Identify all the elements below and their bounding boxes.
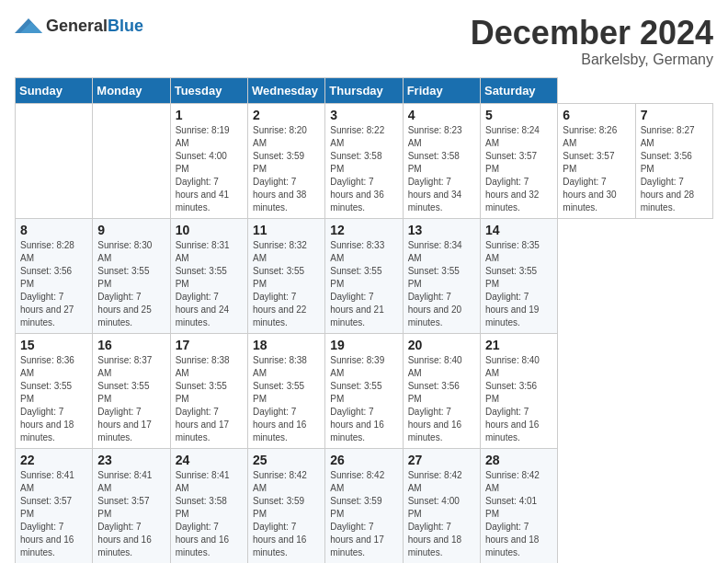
calendar-cell: 1Sunrise: 8:19 AMSunset: 4:00 PMDaylight…	[170, 103, 247, 218]
month-title: December 2024	[471, 15, 713, 52]
day-info: Sunrise: 8:37 AMSunset: 3:55 PMDaylight:…	[97, 354, 165, 444]
day-number: 22	[20, 453, 87, 467]
day-info: Sunrise: 8:42 AMSunset: 3:59 PMDaylight:…	[253, 469, 320, 559]
day-number: 15	[20, 338, 87, 352]
day-number: 9	[97, 223, 165, 237]
calendar-cell: 7Sunrise: 8:27 AMSunset: 3:56 PMDaylight…	[635, 103, 712, 218]
day-number: 24	[176, 453, 243, 467]
calendar-cell: 6Sunrise: 8:26 AMSunset: 3:57 PMDaylight…	[558, 103, 635, 218]
week-row-1: 1Sunrise: 8:19 AMSunset: 4:00 PMDaylight…	[16, 103, 713, 218]
day-number: 6	[563, 108, 630, 122]
calendar-cell: 11Sunrise: 8:32 AMSunset: 3:55 PMDayligh…	[247, 218, 324, 333]
calendar-cell: 4Sunrise: 8:23 AMSunset: 3:58 PMDaylight…	[403, 103, 480, 218]
day-number: 7	[641, 108, 708, 122]
calendar-cell: 10Sunrise: 8:31 AMSunset: 3:55 PMDayligh…	[170, 218, 247, 333]
calendar-cell: 13Sunrise: 8:34 AMSunset: 3:55 PMDayligh…	[403, 218, 480, 333]
day-info: Sunrise: 8:38 AMSunset: 3:55 PMDaylight:…	[253, 354, 320, 444]
day-number: 23	[97, 453, 165, 467]
calendar-cell: 3Sunrise: 8:22 AMSunset: 3:58 PMDaylight…	[325, 103, 403, 218]
calendar-cell: 16Sunrise: 8:37 AMSunset: 3:55 PMDayligh…	[93, 333, 170, 448]
weekday-header-saturday: Saturday	[480, 77, 557, 103]
title-area: December 2024 Barkelsby, Germany	[471, 15, 713, 68]
calendar-cell: 22Sunrise: 8:41 AMSunset: 3:57 PMDayligh…	[16, 448, 93, 563]
day-number: 11	[253, 223, 320, 237]
logo: GeneralBlue	[15, 15, 143, 37]
day-number: 8	[20, 223, 87, 237]
day-info: Sunrise: 8:42 AMSunset: 3:59 PMDaylight:…	[330, 469, 397, 559]
day-info: Sunrise: 8:28 AMSunset: 3:56 PMDaylight:…	[20, 239, 87, 329]
day-number: 5	[485, 108, 552, 122]
day-info: Sunrise: 8:19 AMSunset: 4:00 PMDaylight:…	[176, 124, 243, 214]
day-number: 21	[485, 338, 552, 352]
calendar-cell: 20Sunrise: 8:40 AMSunset: 3:56 PMDayligh…	[403, 333, 480, 448]
day-info: Sunrise: 8:34 AMSunset: 3:55 PMDaylight:…	[408, 239, 475, 329]
weekday-header-tuesday: Tuesday	[170, 77, 247, 103]
week-row-4: 22Sunrise: 8:41 AMSunset: 3:57 PMDayligh…	[16, 448, 713, 563]
calendar-cell	[16, 103, 93, 218]
day-number: 25	[253, 453, 320, 467]
day-info: Sunrise: 8:22 AMSunset: 3:58 PMDaylight:…	[330, 124, 397, 214]
day-info: Sunrise: 8:35 AMSunset: 3:55 PMDaylight:…	[485, 239, 552, 329]
day-info: Sunrise: 8:42 AMSunset: 4:00 PMDaylight:…	[408, 469, 475, 559]
day-info: Sunrise: 8:24 AMSunset: 3:57 PMDaylight:…	[485, 124, 552, 214]
calendar-cell: 19Sunrise: 8:39 AMSunset: 3:55 PMDayligh…	[325, 333, 403, 448]
logo-general-text: General	[46, 17, 108, 35]
calendar-cell: 25Sunrise: 8:42 AMSunset: 3:59 PMDayligh…	[247, 448, 324, 563]
day-number: 2	[253, 108, 320, 122]
weekday-header-wednesday: Wednesday	[247, 77, 324, 103]
weekday-header-sunday: Sunday	[16, 77, 93, 103]
calendar-table: SundayMondayTuesdayWednesdayThursdayFrid…	[15, 77, 713, 563]
calendar-cell: 21Sunrise: 8:40 AMSunset: 3:56 PMDayligh…	[480, 333, 557, 448]
day-info: Sunrise: 8:20 AMSunset: 3:59 PMDaylight:…	[253, 124, 320, 214]
day-number: 12	[330, 223, 397, 237]
day-number: 28	[485, 453, 552, 467]
calendar-cell: 24Sunrise: 8:41 AMSunset: 3:58 PMDayligh…	[170, 448, 247, 563]
day-info: Sunrise: 8:30 AMSunset: 3:55 PMDaylight:…	[97, 239, 165, 329]
day-info: Sunrise: 8:41 AMSunset: 3:57 PMDaylight:…	[97, 469, 165, 559]
week-row-3: 15Sunrise: 8:36 AMSunset: 3:55 PMDayligh…	[16, 333, 713, 448]
calendar-cell: 2Sunrise: 8:20 AMSunset: 3:59 PMDaylight…	[247, 103, 324, 218]
day-number: 14	[485, 223, 552, 237]
day-info: Sunrise: 8:42 AMSunset: 4:01 PMDaylight:…	[485, 469, 552, 559]
day-number: 27	[408, 453, 475, 467]
day-number: 20	[408, 338, 475, 352]
calendar-cell: 12Sunrise: 8:33 AMSunset: 3:55 PMDayligh…	[325, 218, 403, 333]
day-info: Sunrise: 8:41 AMSunset: 3:58 PMDaylight:…	[176, 469, 243, 559]
calendar-cell: 9Sunrise: 8:30 AMSunset: 3:55 PMDaylight…	[93, 218, 170, 333]
day-info: Sunrise: 8:40 AMSunset: 3:56 PMDaylight:…	[485, 354, 552, 444]
day-info: Sunrise: 8:31 AMSunset: 3:55 PMDaylight:…	[176, 239, 243, 329]
day-number: 1	[176, 108, 243, 122]
day-info: Sunrise: 8:23 AMSunset: 3:58 PMDaylight:…	[408, 124, 475, 214]
weekday-header-friday: Friday	[403, 77, 480, 103]
day-info: Sunrise: 8:41 AMSunset: 3:57 PMDaylight:…	[20, 469, 87, 559]
day-info: Sunrise: 8:39 AMSunset: 3:55 PMDaylight:…	[330, 354, 397, 444]
day-info: Sunrise: 8:40 AMSunset: 3:56 PMDaylight:…	[408, 354, 475, 444]
weekday-header-row: SundayMondayTuesdayWednesdayThursdayFrid…	[16, 77, 713, 103]
weekday-header-monday: Monday	[93, 77, 170, 103]
day-number: 26	[330, 453, 397, 467]
day-number: 10	[176, 223, 243, 237]
calendar-cell: 17Sunrise: 8:38 AMSunset: 3:55 PMDayligh…	[170, 333, 247, 448]
day-number: 16	[97, 338, 165, 352]
logo-icon	[15, 15, 42, 37]
week-row-2: 8Sunrise: 8:28 AMSunset: 3:56 PMDaylight…	[16, 218, 713, 333]
location-title: Barkelsby, Germany	[471, 52, 713, 68]
day-number: 13	[408, 223, 475, 237]
page-header: GeneralBlue December 2024 Barkelsby, Ger…	[15, 15, 713, 68]
calendar-cell: 14Sunrise: 8:35 AMSunset: 3:55 PMDayligh…	[480, 218, 557, 333]
day-number: 17	[176, 338, 243, 352]
day-info: Sunrise: 8:36 AMSunset: 3:55 PMDaylight:…	[20, 354, 87, 444]
calendar-cell: 26Sunrise: 8:42 AMSunset: 3:59 PMDayligh…	[325, 448, 403, 563]
calendar-cell	[93, 103, 170, 218]
calendar-cell: 15Sunrise: 8:36 AMSunset: 3:55 PMDayligh…	[16, 333, 93, 448]
calendar-cell: 23Sunrise: 8:41 AMSunset: 3:57 PMDayligh…	[93, 448, 170, 563]
day-info: Sunrise: 8:33 AMSunset: 3:55 PMDaylight:…	[330, 239, 397, 329]
day-info: Sunrise: 8:26 AMSunset: 3:57 PMDaylight:…	[563, 124, 630, 214]
calendar-cell: 8Sunrise: 8:28 AMSunset: 3:56 PMDaylight…	[16, 218, 93, 333]
day-number: 4	[408, 108, 475, 122]
calendar-cell: 5Sunrise: 8:24 AMSunset: 3:57 PMDaylight…	[480, 103, 557, 218]
day-number: 3	[330, 108, 397, 122]
calendar-cell: 27Sunrise: 8:42 AMSunset: 4:00 PMDayligh…	[403, 448, 480, 563]
logo-blue-text: Blue	[108, 17, 143, 35]
day-number: 19	[330, 338, 397, 352]
